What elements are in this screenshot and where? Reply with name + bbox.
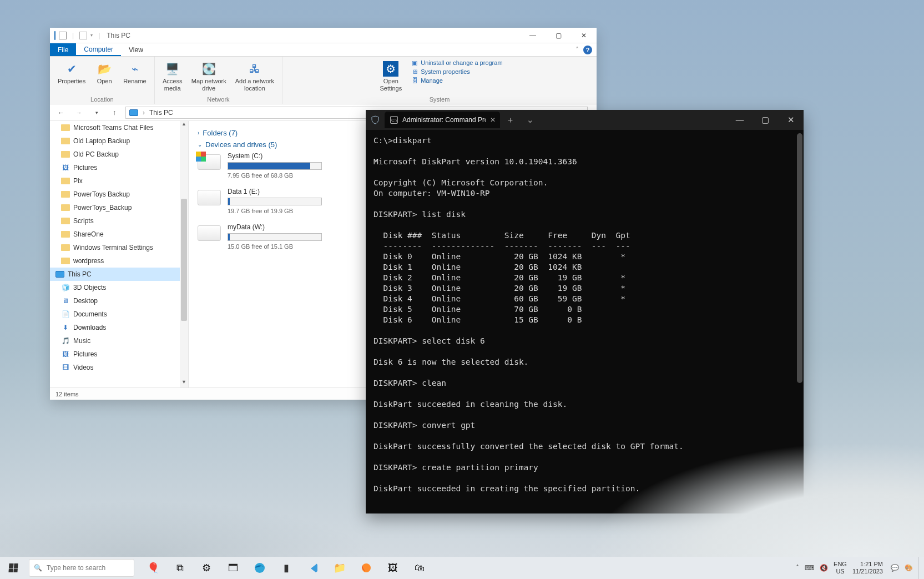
photos-app-icon[interactable]: 🖼 <box>381 557 405 579</box>
tree-item[interactable]: Windows Terminal Settings <box>50 241 188 254</box>
nav-forward-button[interactable]: → <box>72 109 85 117</box>
tree-item[interactable]: Old Laptop Backup <box>50 134 188 148</box>
minimize-button[interactable]: — <box>520 28 546 43</box>
drive-name: System (C:) <box>228 152 322 160</box>
gear-icon: ⚙ <box>383 61 398 77</box>
task-view-button[interactable]: ⧉ <box>168 557 192 579</box>
tree-item[interactable]: ⬇Downloads <box>50 321 188 334</box>
ribbon-group-label: Location <box>90 95 114 104</box>
tree-item[interactable]: Microsoft Teams Chat Files <box>50 121 188 134</box>
qat-chevron-down-icon[interactable]: ▾ <box>90 33 93 38</box>
check-icon: ✔︎ <box>64 61 79 77</box>
tab-file[interactable]: File <box>50 43 76 56</box>
qat-new-folder-icon[interactable] <box>79 32 87 39</box>
access-media-button[interactable]: 🖥️ Access media <box>159 59 186 94</box>
rename-icon: ⌁ <box>127 61 143 77</box>
breadcrumb[interactable]: This PC <box>149 109 173 117</box>
file-explorer-icon[interactable]: 📁 <box>327 557 352 579</box>
manage-button[interactable]: 🗄 Manage <box>411 77 502 84</box>
qat-separator: | <box>72 32 74 39</box>
tree-item[interactable]: 🎵Music <box>50 334 188 348</box>
tab-computer[interactable]: Computer <box>76 43 121 56</box>
terminal-titlebar[interactable]: C:\ Administrator: Command Prom ✕ ＋ ⌄ — … <box>366 110 804 130</box>
microsoft-store-icon[interactable]: 🛍 <box>407 557 432 579</box>
mail-app-icon[interactable]: 🗖 <box>221 557 245 579</box>
scrollbar-thumb[interactable] <box>181 199 187 321</box>
tree-item[interactable]: wordpress <box>50 254 188 268</box>
terminal-scrollbar-thumb[interactable] <box>797 133 802 383</box>
tab-dropdown-button[interactable]: ⌄ <box>520 110 540 130</box>
scroll-down-icon[interactable]: ▼ <box>180 379 188 387</box>
status-item-count: 12 items <box>55 391 79 397</box>
tray-chevron-up-icon[interactable]: ˄ <box>796 564 799 572</box>
tree-item[interactable]: 🎞Videos <box>50 361 188 374</box>
language-indicator[interactable]: ENG US <box>834 561 847 575</box>
tree-item[interactable]: Old PC Backup <box>50 148 188 161</box>
tree-item[interactable]: 🖼Pictures <box>50 161 188 174</box>
qat-box-icon[interactable] <box>59 32 67 39</box>
nav-back-button[interactable]: ← <box>54 109 68 117</box>
tree-item[interactable]: Pix <box>50 174 188 188</box>
vscode-icon[interactable] <box>301 557 325 579</box>
terminal-scrollbar[interactable] <box>796 130 804 513</box>
maximize-button[interactable]: ▢ <box>546 28 571 43</box>
properties-button[interactable]: ✔︎ Properties <box>54 59 89 87</box>
tab-close-button[interactable]: ✕ <box>490 115 496 125</box>
terminal-maximize-button[interactable]: ▢ <box>753 110 778 130</box>
terminal-close-button[interactable]: ✕ <box>778 110 804 130</box>
settings-app-icon[interactable]: ⚙ <box>194 557 219 579</box>
tree-item[interactable]: PowerToys_Backup <box>50 201 188 214</box>
drive-item[interactable]: myData (W:)15.0 GB free of 15.1 GB <box>198 223 342 250</box>
new-tab-button[interactable]: ＋ <box>500 110 520 130</box>
drive-item[interactable]: System (C:)7.95 GB free of 68.8 GB <box>198 152 342 179</box>
action-center-icon[interactable]: 💬 <box>891 564 899 572</box>
terminal-minimize-button[interactable]: — <box>727 110 753 130</box>
terminal-window: C:\ Administrator: Command Prom ✕ ＋ ⌄ — … <box>366 110 804 513</box>
taskbar-search[interactable]: 🔍 Type here to search <box>29 559 134 577</box>
tree-item[interactable]: Scripts <box>50 214 188 228</box>
cmd-icon: C:\ <box>390 116 398 124</box>
uninstall-program-button[interactable]: ▣ Uninstall or change a program <box>411 59 502 67</box>
drive-item[interactable]: Data 1 (E:)19.7 GB free of 19.9 GB <box>198 188 342 214</box>
rename-button[interactable]: ⌁ Rename <box>120 59 150 87</box>
terminal-output[interactable]: C:\>diskpart Microsoft DiskPart version … <box>366 130 804 513</box>
tree-item[interactable]: This PC <box>50 268 188 281</box>
explorer-titlebar[interactable]: | ▾ | This PC — ▢ ✕ <box>50 28 597 43</box>
qat-app-icon <box>54 32 55 39</box>
terminal-app-icon[interactable]: ▮ <box>274 557 299 579</box>
tab-view[interactable]: View <box>121 43 151 56</box>
add-network-location-button[interactable]: 🖧 Add a network location <box>232 59 277 94</box>
tray-keyboard-icon[interactable]: ⌨ <box>805 564 814 572</box>
scroll-up-icon[interactable]: ▲ <box>180 121 188 129</box>
system-properties-button[interactable]: 🖥 System properties <box>411 68 502 75</box>
nav-up-button[interactable]: ↑ <box>108 109 121 117</box>
tree-item-label: Pictures <box>73 350 97 358</box>
tree-item[interactable]: 🖼Pictures <box>50 348 188 361</box>
close-button[interactable]: ✕ <box>571 28 597 43</box>
tray-app-icon[interactable]: 🎨 <box>905 564 913 572</box>
tree-item[interactable]: ShareOne <box>50 228 188 241</box>
open-settings-button[interactable]: ⚙ Open Settings <box>376 59 405 94</box>
tree-item[interactable]: 📄Documents <box>50 308 188 321</box>
news-and-interests-icon[interactable]: 🎈 <box>141 557 165 579</box>
tree-item-label: ShareOne <box>73 230 104 238</box>
show-desktop-button[interactable] <box>918 557 922 579</box>
tree-item[interactable]: PowerToys Backup <box>50 188 188 201</box>
collapse-ribbon-icon[interactable]: ˄ <box>575 46 579 54</box>
terminal-tab[interactable]: C:\ Administrator: Command Prom ✕ <box>385 112 500 128</box>
start-button[interactable] <box>0 557 27 579</box>
tree-item[interactable]: 🧊3D Objects <box>50 281 188 294</box>
nav-recent-dropdown[interactable]: ▾ <box>90 110 103 115</box>
tree-item-label: Downloads <box>73 324 106 331</box>
tree-scrollbar[interactable]: ▲ ▼ <box>180 121 188 387</box>
clock[interactable]: 1:21 PM 11/21/2023 <box>852 561 883 575</box>
firefox-icon[interactable] <box>354 557 378 579</box>
tree-item[interactable]: 🖥Desktop <box>50 294 188 308</box>
edge-icon[interactable] <box>248 557 272 579</box>
open-button[interactable]: 📂 Open <box>91 59 118 87</box>
help-icon[interactable]: ? <box>583 46 592 54</box>
navigation-tree[interactable]: Microsoft Teams Chat FilesOld Laptop Bac… <box>50 121 189 387</box>
tree-item-label: Pix <box>73 177 83 185</box>
tray-volume-icon[interactable]: 🔇 <box>820 564 828 572</box>
map-network-drive-button[interactable]: 💽 Map network drive <box>188 59 230 94</box>
